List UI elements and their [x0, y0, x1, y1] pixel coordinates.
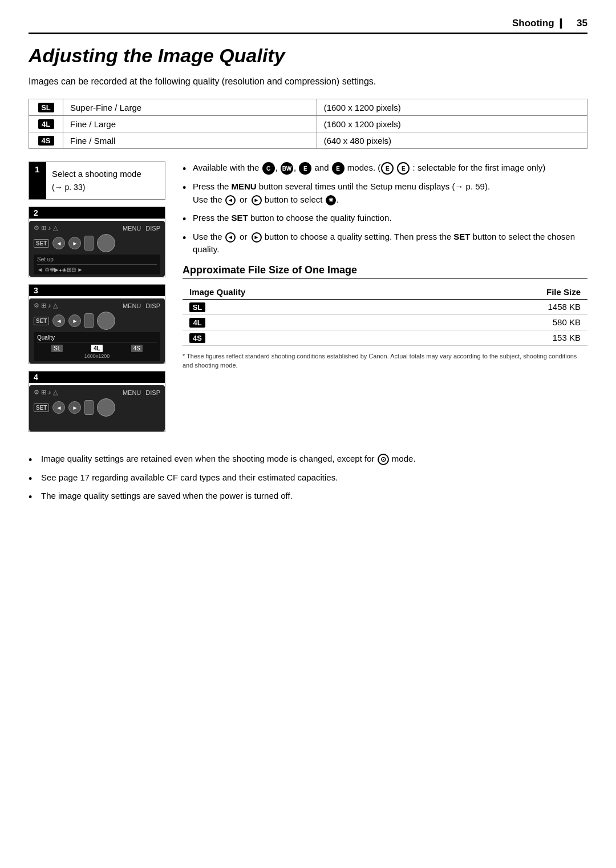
auto-mode-icon: ⊙	[378, 454, 389, 465]
page-title: Adjusting the Image Quality	[29, 45, 587, 67]
camera-icons-3: ⚙ ⊞ ♪ △	[34, 302, 58, 309]
set-button-2: SET	[34, 239, 49, 248]
camera-top-row-4: ⚙ ⊞ ♪ △ MENU DISP	[34, 389, 160, 396]
right-nav-btn-3: ►	[68, 314, 81, 327]
quality-modes-table: SL Super-Fine / Large (1600 x 1200 pixel…	[29, 99, 587, 149]
page-header: Shooting ❙ 35	[29, 17, 587, 34]
mode-res-4l: (1600 x 1200 pixels)	[317, 116, 587, 132]
camera-icons-4: ⚙ ⊞ ♪ △	[34, 389, 58, 396]
quality-sl-badge: SL	[51, 345, 63, 352]
mode-name-4l: Fine / Large	[63, 116, 317, 132]
quality-resolution: 1600x1200	[37, 353, 157, 359]
mode-icon-4s: 4S	[29, 132, 63, 149]
menu-label-4: MENU	[123, 389, 141, 396]
right-circle-icon: ►	[252, 195, 262, 205]
section-label: Shooting	[512, 18, 554, 29]
table-row: 4S 153 KB	[183, 330, 587, 345]
icon-grid-3: ⊞	[41, 302, 46, 309]
icon-grid: ⊞	[41, 224, 46, 232]
page: Shooting ❙ 35 Adjusting the Image Qualit…	[0, 0, 616, 531]
table-row: 4S Fine / Small (640 x 480 pixels)	[29, 132, 587, 149]
step-box-2: 2 ⚙ ⊞ ♪ △ MENU DISP	[29, 207, 165, 277]
icon-mountain-4: △	[53, 389, 58, 396]
menu-label-3: MENU	[123, 302, 141, 309]
col-file-size: File Size	[423, 285, 587, 300]
icon-grid-4: ⊞	[41, 389, 46, 396]
camera-btn-row-2: SET ◄ ►	[34, 234, 160, 252]
icon-aperture-4: ⚙	[34, 389, 39, 396]
camera-top-row-3: ⚙ ⊞ ♪ △ MENU DISP	[34, 302, 160, 309]
left-nav-btn-3: ◄	[52, 314, 65, 327]
quality-4s-badge: 4S	[131, 345, 143, 352]
bullet-item-1: Available with the C, BW, E and E modes.…	[183, 162, 587, 175]
quality-options-row: SL 4L 4S	[37, 345, 157, 352]
bullet-item-2: Press the MENU button several times unti…	[183, 180, 587, 206]
file-table-header-row: Image Quality File Size	[183, 285, 587, 300]
mode-icon-4l: 4L	[29, 116, 63, 132]
bottom-bullet-2: See page 17 regarding available CF card …	[29, 471, 587, 485]
col-image-quality: Image Quality	[183, 285, 423, 300]
icon-mountain: △	[53, 224, 58, 232]
camera-btn-row-4: SET ◄ ►	[34, 398, 160, 417]
menu-disp-row-4: MENU DISP	[123, 389, 160, 396]
menu-disp-row-3: MENU DISP	[123, 302, 160, 309]
step-box-4: 4 ⚙ ⊞ ♪ △ MENU DISP	[29, 371, 165, 432]
round-btn-4	[97, 398, 115, 417]
menu-bold: MENU	[232, 181, 257, 191]
mode-icon-sl: SL	[29, 99, 63, 116]
bullet-item-4: Use the ◄ or ► button to choose a qualit…	[183, 231, 587, 256]
step-number-1: 1	[29, 162, 46, 199]
bottom-bullet-1: Image quality settings are retained even…	[29, 453, 587, 466]
step-1-content: Select a shooting mode (→ p. 33)	[46, 162, 147, 199]
step-box-1: 1 Select a shooting mode (→ p. 33)	[29, 162, 165, 200]
table-row: 4L Fine / Large (1600 x 1200 pixels)	[29, 116, 587, 132]
main-layout: 1 Select a shooting mode (→ p. 33) 2 ⚙	[29, 162, 587, 439]
mode-e2-icon: E	[332, 162, 345, 175]
camera-top-row-2: ⚙ ⊞ ♪ △ MENU DISP	[34, 224, 160, 232]
file-row-4l-icon: 4L	[183, 314, 423, 330]
file-row-sl-icon: SL	[183, 299, 423, 314]
bottom-bullet-3: The image quality settings are saved whe…	[29, 490, 587, 503]
bottom-bullets: Image quality settings are retained even…	[29, 453, 587, 503]
disp-label-3: DISP	[145, 302, 160, 309]
mode-c-icon: C	[262, 162, 275, 175]
round-btn-3	[97, 312, 115, 330]
icon-sound-3: ♪	[48, 302, 51, 309]
footnote-text: * These figures reflect standard shootin…	[183, 352, 587, 370]
set-bold: SET	[232, 213, 248, 223]
quality-4l-badge-selected: 4L	[91, 345, 103, 352]
step-number-4: 4	[29, 372, 165, 383]
mode-res-4s: (640 x 480 pixels)	[317, 132, 587, 149]
quality-display: Quality SL 4L 4S 1600x1200	[34, 332, 160, 361]
table-row: SL 1458 KB	[183, 299, 587, 314]
step-2-camera-ui: ⚙ ⊞ ♪ △ MENU DISP SET ◄ ►	[29, 221, 165, 277]
file-row-4s-size: 153 KB	[423, 330, 587, 345]
rect-btn-4	[84, 400, 94, 415]
menu-disp-row: MENU DISP	[123, 225, 160, 232]
left-nav-btn-4: ◄	[52, 401, 65, 414]
rect-btn-3	[84, 313, 94, 328]
step-4-camera-ui: ⚙ ⊞ ♪ △ MENU DISP SET ◄ ►	[29, 385, 165, 431]
camera-screen-2: Set up ◄ ⚙❋▶⬥◈⊞⊟ ►	[34, 255, 160, 274]
file-row-4s-icon: 4S	[183, 330, 423, 345]
disp-label-4: DISP	[145, 389, 160, 396]
mode-selectable-2: E	[397, 162, 410, 175]
mode-bw-icon: BW	[281, 162, 293, 175]
quality-label: Quality	[37, 334, 157, 342]
setup-label: Set up	[37, 256, 157, 265]
header-separator: ❙	[554, 17, 568, 29]
mode-selectable-1: E	[381, 162, 394, 175]
left-nav-btn-2: ◄	[52, 237, 65, 249]
mode-name-4s: Fine / Small	[63, 132, 317, 149]
table-row: 4L 580 KB	[183, 314, 587, 330]
left-circle-icon-4: ◄	[225, 232, 236, 243]
round-btn-2	[97, 234, 115, 252]
right-nav-btn-4: ►	[68, 401, 81, 414]
or-connector-4: or	[240, 232, 247, 241]
rect-btn-2	[84, 236, 94, 251]
icon-sound-4: ♪	[48, 389, 51, 396]
target-icon: ❋	[326, 195, 336, 205]
left-circle-icon: ◄	[225, 195, 236, 205]
step-number-3: 3	[29, 285, 165, 296]
right-column: Available with the C, BW, E and E modes.…	[183, 162, 587, 439]
